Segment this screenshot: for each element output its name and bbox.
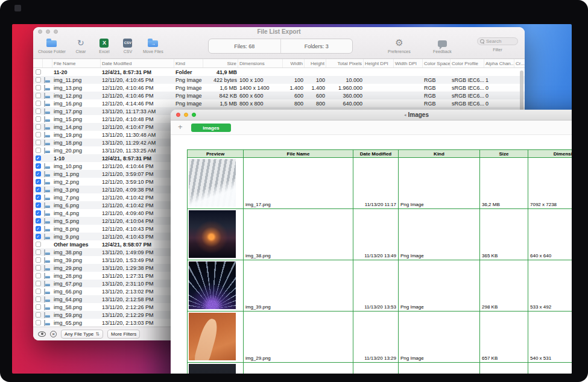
row-checkbox[interactable]	[36, 257, 41, 263]
column-header[interactable]: File Name	[52, 59, 101, 67]
clear-button[interactable]: ↻ Clear	[72, 37, 89, 54]
row-checkbox[interactable]	[36, 273, 41, 278]
search-input[interactable]	[486, 39, 515, 44]
cell-date-modified: 13/11/20, 11:29:42 AM	[101, 140, 174, 146]
row-checkbox[interactable]	[36, 242, 41, 247]
zoom-button[interactable]	[192, 113, 196, 117]
row-checkbox[interactable]	[36, 69, 41, 75]
row-checkbox[interactable]	[36, 108, 41, 114]
row-checkbox[interactable]	[36, 124, 41, 130]
cell-date-modified: 13/11/20, 2:12:29 PM	[101, 312, 174, 318]
move-files-button[interactable]: → Move Files	[143, 37, 163, 54]
row-checkbox[interactable]: ✓	[36, 218, 41, 224]
minimize-button[interactable]	[184, 113, 188, 117]
table-row[interactable]: 11-20 12/4/21, 8:57:31 PM Folder 41,9 MB	[33, 68, 525, 76]
column-header[interactable]: Size	[203, 59, 238, 67]
sheet-tab-bar: + Images	[171, 121, 572, 135]
row-checkbox[interactable]	[36, 320, 41, 325]
file-type-dropdown[interactable]: Any File Type ⇅	[61, 330, 103, 339]
row-checkbox[interactable]	[36, 296, 41, 302]
column-header[interactable]: Total Pixels	[326, 59, 364, 67]
row-checkbox[interactable]	[36, 93, 41, 98]
column-header[interactable]: Date Modified	[101, 59, 174, 67]
preview-column-header[interactable]: Size	[480, 150, 528, 158]
zoom-button[interactable]	[54, 30, 58, 34]
row-checkbox[interactable]	[36, 304, 41, 310]
cell-kind: Png Image	[399, 158, 480, 209]
row-checkbox[interactable]	[36, 132, 41, 137]
row-checkbox[interactable]	[36, 77, 41, 83]
more-filters-button[interactable]: More Filters	[107, 330, 140, 339]
row-checkbox[interactable]	[36, 148, 41, 153]
row-checkbox[interactable]: ✓	[36, 171, 41, 177]
sheet-tab-images[interactable]: Images	[191, 124, 231, 132]
cell-file-name: img_38.png	[52, 249, 101, 255]
preview-column-header[interactable]: Kind	[399, 150, 480, 158]
minimize-button[interactable]	[46, 30, 50, 34]
excel-export-button[interactable]: X Excel	[96, 37, 113, 54]
add-sheet-button[interactable]: +	[178, 122, 183, 132]
disclosure-icon[interactable]: ◂	[404, 113, 406, 117]
table-row[interactable]: img_13.png 12/11/20, 4:10:46 PM Png Imag…	[33, 84, 525, 92]
column-header[interactable]: Kind	[174, 59, 203, 67]
file-type-icon	[44, 187, 45, 193]
cell-file: img_29.png	[244, 312, 353, 363]
choose-folder-button[interactable]: Choose Folder	[38, 37, 66, 54]
column-header[interactable]: Color Space	[423, 59, 450, 67]
thumbnail-img_29.png	[189, 313, 236, 360]
file-type-icon	[44, 249, 45, 255]
cell-date-modified: 13/11/20, 2:13:02 PM	[101, 289, 174, 295]
column-header[interactable]: Color Profile	[450, 59, 484, 67]
preview-column-header[interactable]: Dimensions	[528, 150, 572, 158]
row-checkbox[interactable]	[36, 289, 41, 294]
row-checkbox[interactable]: ✓	[36, 210, 41, 216]
row-checkbox[interactable]	[36, 249, 41, 255]
eye-icon[interactable]	[38, 331, 46, 337]
row-checkbox[interactable]: ✓	[36, 179, 41, 184]
cell-alpha-channel: 0	[484, 101, 514, 107]
preview-column-header[interactable]: File Name	[244, 150, 353, 158]
row-checkbox[interactable]: ✓	[36, 187, 41, 192]
row-checkbox[interactable]	[36, 85, 41, 90]
title-bar[interactable]: File List Export	[33, 27, 525, 36]
table-row[interactable]: img_11.png 12/11/20, 4:10:45 PM Png Imag…	[33, 76, 525, 84]
csv-export-button[interactable]: CSV CSV	[119, 37, 136, 54]
row-checkbox[interactable]	[36, 101, 41, 106]
column-header[interactable]: Alpha Chan...	[484, 59, 514, 67]
search-field[interactable]	[477, 37, 518, 45]
move-folder-icon: →	[148, 40, 158, 47]
feedback-button[interactable]: Feedback	[433, 37, 452, 54]
cell-size: 1,6 MB	[203, 85, 238, 91]
row-checkbox[interactable]	[36, 116, 41, 122]
cell-width: 600	[283, 93, 305, 99]
column-header[interactable]: Cr...	[514, 59, 525, 67]
file-type-icon	[44, 132, 45, 138]
close-button[interactable]	[38, 30, 42, 34]
column-header[interactable]: Width	[283, 59, 305, 67]
row-checkbox[interactable]	[36, 312, 41, 318]
row-checkbox[interactable]	[36, 265, 41, 271]
preview-column-header[interactable]: Preview	[188, 150, 244, 158]
table-row[interactable]: img_16.png 12/11/20, 4:14:46 PM Png Imag…	[33, 99, 525, 107]
files-count: Files: 68	[209, 39, 280, 53]
close-button[interactable]	[176, 113, 180, 117]
column-header[interactable]: Height DPI	[364, 59, 394, 67]
column-header[interactable]: Dimensions	[238, 59, 283, 67]
row-checkbox[interactable]: ✓	[36, 155, 41, 161]
preview-title-bar[interactable]: ◂ Images	[171, 110, 572, 121]
row-checkbox[interactable]: ✓	[36, 195, 41, 200]
row-checkbox[interactable]	[36, 281, 41, 286]
row-checkbox[interactable]	[36, 140, 41, 145]
row-checkbox[interactable]: ✓	[36, 163, 41, 169]
table-row[interactable]: img_12.png 12/11/20, 4:10:46 PM Png Imag…	[33, 92, 525, 99]
row-checkbox[interactable]: ✓	[36, 234, 41, 239]
column-header[interactable]: Height	[305, 59, 326, 67]
row-checkbox[interactable]: ✓	[36, 202, 41, 208]
file-type-icon	[44, 93, 45, 99]
cell-file-name: img_14.png	[52, 124, 101, 130]
preview-column-header[interactable]: Date Modified	[353, 150, 399, 158]
row-checkbox[interactable]: ✓	[36, 226, 41, 231]
preferences-button[interactable]: ⚙ Preferences	[388, 37, 411, 54]
column-header[interactable]: Width DPI	[394, 59, 423, 67]
clear-filter-icon[interactable]: ×	[50, 331, 57, 337]
